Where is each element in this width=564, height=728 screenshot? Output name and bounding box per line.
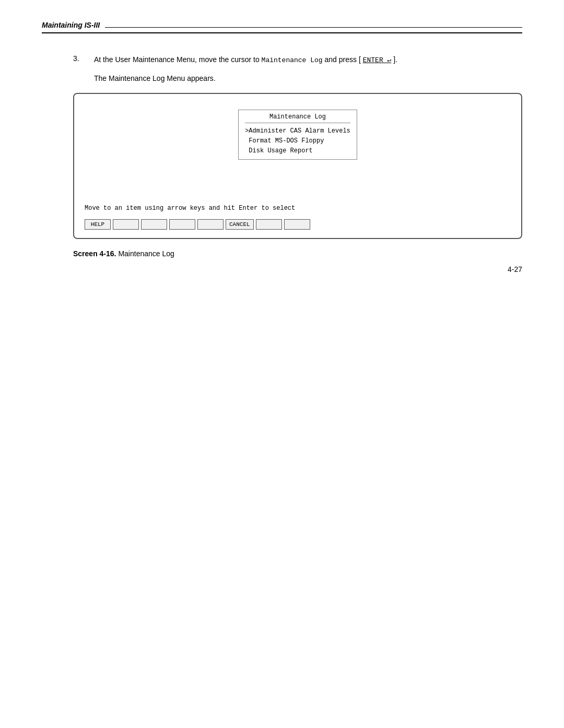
- step-text: At the User Maintenance Menu, move the c…: [94, 54, 397, 66]
- step-number: 3.: [73, 54, 84, 66]
- fn-key-f5[interactable]: [197, 219, 224, 230]
- caption-normal: Maintenance Log: [118, 249, 174, 258]
- page-container: Maintaining IS-III 3. At the User Mainte…: [0, 0, 564, 294]
- fn-key-f7[interactable]: [256, 219, 282, 230]
- menu-title: Maintenance Log: [245, 113, 350, 123]
- menu-item-3: Disk Usage Report: [245, 146, 350, 156]
- menu-items: >Administer CAS Alarm Levels Format MS-D…: [245, 126, 350, 157]
- caption-text: Screen 4-16. Maintenance Log: [73, 249, 522, 258]
- screen-mockup: Maintenance Log >Administer CAS Alarm Le…: [73, 93, 522, 239]
- fn-key-f8[interactable]: [284, 219, 310, 230]
- fn-key-f4[interactable]: [169, 219, 195, 230]
- step-key-label: ENTER ↵: [363, 56, 392, 64]
- follow-up-text: The Maintenance Log Menu appears.: [94, 74, 522, 82]
- step-text-after: and press [: [325, 55, 361, 64]
- fn-key-f2[interactable]: [113, 219, 139, 230]
- page-number: 4-27: [508, 265, 522, 273]
- fn-key-f3[interactable]: [141, 219, 167, 230]
- screen-inner: Maintenance Log >Administer CAS Alarm Le…: [85, 104, 511, 160]
- menu-item-1: >Administer CAS Alarm Levels: [245, 126, 350, 136]
- content-area: 3. At the User Maintenance Menu, move th…: [42, 54, 522, 258]
- fn-key-cancel[interactable]: CANCEL: [226, 219, 254, 230]
- step-text-end: ].: [393, 55, 397, 64]
- header-title: Maintaining IS-III: [42, 21, 100, 29]
- step-text-before: At the User Maintenance Menu, move the c…: [94, 55, 260, 64]
- terminal-menu: Maintenance Log >Administer CAS Alarm Le…: [238, 110, 357, 160]
- fn-key-help[interactable]: HELP: [85, 219, 111, 230]
- step-inline-code: Maintenance Log: [262, 56, 323, 64]
- caption-bold: Screen 4-16.: [73, 249, 116, 258]
- status-bar: Move to an item using arrow keys and hit…: [85, 205, 511, 212]
- function-key-bar: HELP CANCEL: [85, 219, 511, 230]
- step-3-item: 3. At the User Maintenance Menu, move th…: [73, 54, 522, 66]
- header-line: [105, 27, 522, 28]
- menu-item-2: Format MS-DOS Floppy: [245, 136, 350, 146]
- header-section: Maintaining IS-III: [42, 21, 522, 33]
